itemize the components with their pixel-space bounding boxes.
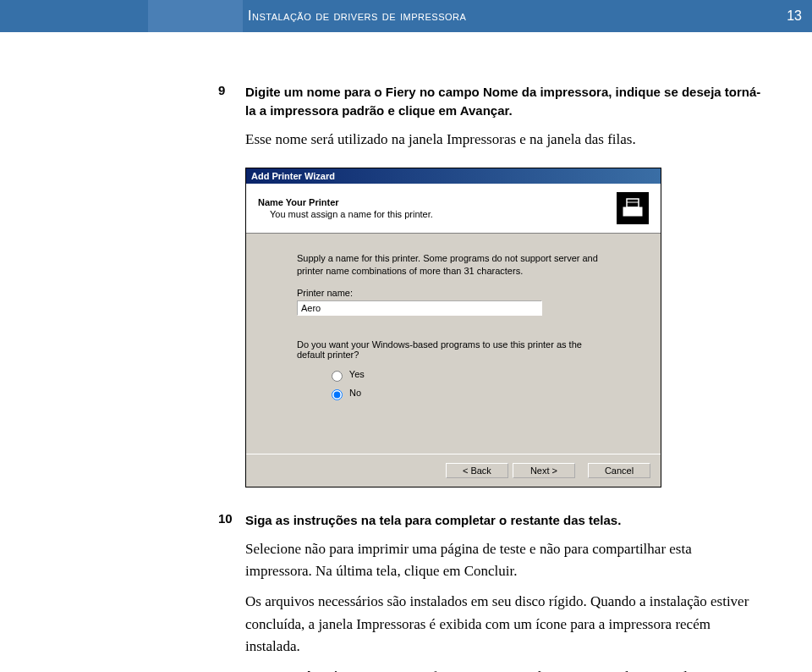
printer-name-label: Printer name: [297,288,610,298]
dialog-body: Supply a name for this printer. Some pro… [246,234,661,454]
radio-yes[interactable] [332,371,343,382]
header-bar: Instalação de drivers de impressora 13 [148,0,812,32]
dialog-subtitle: You must assign a name for this printer. [270,209,433,219]
back-button[interactable]: < Back [446,463,508,478]
default-printer-question: Do you want your Windows-based programs … [297,339,610,360]
radio-no-label: No [349,387,361,397]
svg-rect-0 [623,207,642,216]
step-number: 9 [218,83,225,97]
supply-text: Supply a name for this printer. Some pro… [297,252,610,278]
content-area: 9 Digite um nome para o Fiery no campo N… [245,83,761,672]
radio-yes-row: Yes [327,368,610,382]
header-spacer-block [148,0,243,32]
radio-no-row: No [327,387,610,400]
p3-text-a: Agora você está pronto para configurar u… [245,669,698,672]
next-button[interactable]: Next > [513,463,575,478]
printer-icon [617,192,649,224]
step-9-instruction: Digite um nome para o Fiery no campo Nom… [245,83,761,120]
step-10-p1: Selecione não para imprimir uma página d… [245,538,761,583]
radio-yes-label: Yes [349,368,365,378]
dialog-header-text: Name Your Printer You must assign a name… [258,197,433,219]
add-printer-wizard-dialog: Add Printer Wizard Name Your Printer You… [245,168,661,487]
dialog-title: Name Your Printer [258,197,433,207]
svg-rect-1 [627,199,639,207]
dialog-titlebar: Add Printer Wizard [246,168,661,184]
radio-no[interactable] [332,389,343,400]
header-accent-block [0,0,148,32]
dialog-footer: < Back Next > Cancel [246,454,661,487]
cancel-button[interactable]: Cancel [588,463,650,478]
dialog-header: Name Your Printer You must assign a name… [246,184,661,234]
step-10: 10 Siga as instruções na tela para compl… [245,511,761,672]
header-title: Instalação de drivers de impressora [248,8,466,24]
step-10-instruction: Siga as instruções na tela para completa… [245,511,761,530]
page-header: Instalação de drivers de impressora 13 [0,0,812,32]
page-number: 13 [787,8,802,24]
step-number: 10 [218,511,233,526]
step-10-p2: Os arquivos necessários são instalados e… [245,591,761,658]
step-9-body: Esse nome será utilizado na janela Impre… [245,129,761,151]
step-9: 9 Digite um nome para o Fiery no campo N… [245,83,761,151]
step-10-p3: Agora você está pronto para configurar u… [245,666,761,672]
printer-name-input[interactable] [297,300,542,316]
